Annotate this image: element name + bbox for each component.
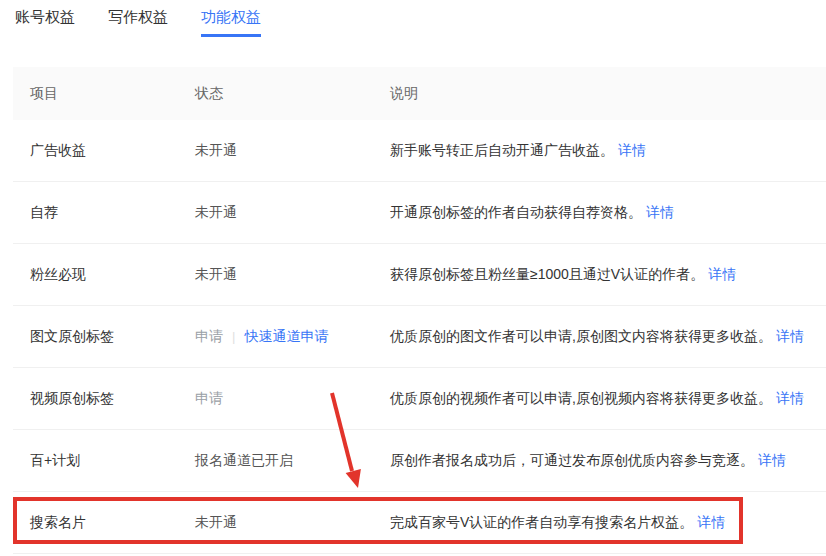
row-status: 未开通 bbox=[195, 204, 237, 222]
table-row: 广告收益 未开通 新手账号转正后自动开通广告收益。详情 bbox=[13, 120, 826, 182]
header-status: 状态 bbox=[178, 85, 373, 103]
row-status-cell: 未开通 bbox=[178, 204, 373, 222]
table-row: 搜索名片 未开通 完成百家号V认证的作者自动享有搜索名片权益。详情 bbox=[13, 492, 826, 554]
table-row: 百+计划 报名通道已开启 原创作者报名成功后，可通过发布原创优质内容参与竞逐。详… bbox=[13, 430, 826, 492]
row-item-name: 粉丝必现 bbox=[13, 266, 178, 284]
row-description: 新手账号转正后自动开通广告收益。 bbox=[390, 142, 614, 158]
header-item: 项目 bbox=[13, 85, 178, 103]
table-body: 广告收益 未开通 新手账号转正后自动开通广告收益。详情 自荐 未开通 开通原创标… bbox=[13, 120, 826, 554]
row-status-cell: 申请 bbox=[178, 390, 373, 408]
row-description: 优质原创的图文作者可以申请,原创图文内容将获得更多收益。 bbox=[390, 328, 772, 344]
detail-link[interactable]: 详情 bbox=[708, 266, 736, 282]
row-description: 完成百家号V认证的作者自动享有搜索名片权益。 bbox=[390, 514, 693, 530]
row-item-name: 视频原创标签 bbox=[13, 390, 178, 408]
rights-tabbar: 账号权益 写作权益 功能权益 bbox=[0, 0, 826, 37]
row-description: 获得原创标签且粉丝量≥1000且通过V认证的作者。 bbox=[390, 266, 704, 282]
row-status: 未开通 bbox=[195, 266, 237, 284]
header-desc: 说明 bbox=[373, 85, 826, 103]
row-description: 原创作者报名成功后，可通过发布原创优质内容参与竞逐。 bbox=[390, 452, 754, 468]
row-desc-cell: 原创作者报名成功后，可通过发布原创优质内容参与竞逐。详情 bbox=[373, 452, 826, 470]
detail-link[interactable]: 详情 bbox=[776, 390, 804, 406]
row-desc-cell: 获得原创标签且粉丝量≥1000且通过V认证的作者。详情 bbox=[373, 266, 826, 284]
detail-link[interactable]: 详情 bbox=[646, 204, 674, 220]
tab-function-rights[interactable]: 功能权益 bbox=[201, 8, 261, 37]
row-desc-cell: 优质原创的视频作者可以申请,原创视频内容将获得更多收益。详情 bbox=[373, 390, 826, 408]
row-desc-cell: 开通原创标签的作者自动获得自荐资格。详情 bbox=[373, 204, 826, 222]
row-description: 优质原创的视频作者可以申请,原创视频内容将获得更多收益。 bbox=[390, 390, 772, 406]
row-item-name: 搜索名片 bbox=[13, 514, 178, 532]
row-status: 未开通 bbox=[195, 142, 237, 160]
table-row: 粉丝必现 未开通 获得原创标签且粉丝量≥1000且通过V认证的作者。详情 bbox=[13, 244, 826, 306]
row-item-name: 自荐 bbox=[13, 204, 178, 222]
tab-writing-rights[interactable]: 写作权益 bbox=[108, 8, 168, 37]
fast-channel-apply-link[interactable]: 快速通道申请 bbox=[244, 328, 328, 346]
row-status: 申请 bbox=[195, 390, 223, 408]
row-status-cell: 未开通 bbox=[178, 514, 373, 532]
detail-link[interactable]: 详情 bbox=[697, 514, 725, 530]
table-row: 视频原创标签 申请 优质原创的视频作者可以申请,原创视频内容将获得更多收益。详情 bbox=[13, 368, 826, 430]
row-status: 未开通 bbox=[195, 514, 237, 532]
row-status: 申请 bbox=[195, 328, 223, 346]
row-item-name: 百+计划 bbox=[13, 452, 178, 470]
detail-link[interactable]: 详情 bbox=[776, 328, 804, 344]
status-divider: | bbox=[232, 329, 235, 344]
table-header-row: 项目 状态 说明 bbox=[13, 67, 826, 120]
row-status-cell: 未开通 bbox=[178, 266, 373, 284]
table-row: 图文原创标签 申请 | 快速通道申请 优质原创的图文作者可以申请,原创图文内容将… bbox=[13, 306, 826, 368]
row-status-cell: 报名通道已开启 bbox=[178, 452, 373, 470]
row-status-cell: 未开通 bbox=[178, 142, 373, 160]
rights-table: 项目 状态 说明 广告收益 未开通 新手账号转正后自动开通广告收益。详情 自荐 … bbox=[13, 67, 826, 554]
row-status: 报名通道已开启 bbox=[195, 452, 293, 470]
row-item-name: 广告收益 bbox=[13, 142, 178, 160]
detail-link[interactable]: 详情 bbox=[758, 452, 786, 468]
table-row: 自荐 未开通 开通原创标签的作者自动获得自荐资格。详情 bbox=[13, 182, 826, 244]
row-desc-cell: 完成百家号V认证的作者自动享有搜索名片权益。详情 bbox=[373, 514, 826, 532]
row-description: 开通原创标签的作者自动获得自荐资格。 bbox=[390, 204, 642, 220]
row-desc-cell: 新手账号转正后自动开通广告收益。详情 bbox=[373, 142, 826, 160]
row-item-name: 图文原创标签 bbox=[13, 328, 178, 346]
detail-link[interactable]: 详情 bbox=[618, 142, 646, 158]
tab-account-rights[interactable]: 账号权益 bbox=[15, 8, 75, 37]
row-status-cell: 申请 | 快速通道申请 bbox=[178, 328, 373, 346]
row-desc-cell: 优质原创的图文作者可以申请,原创图文内容将获得更多收益。详情 bbox=[373, 328, 826, 346]
